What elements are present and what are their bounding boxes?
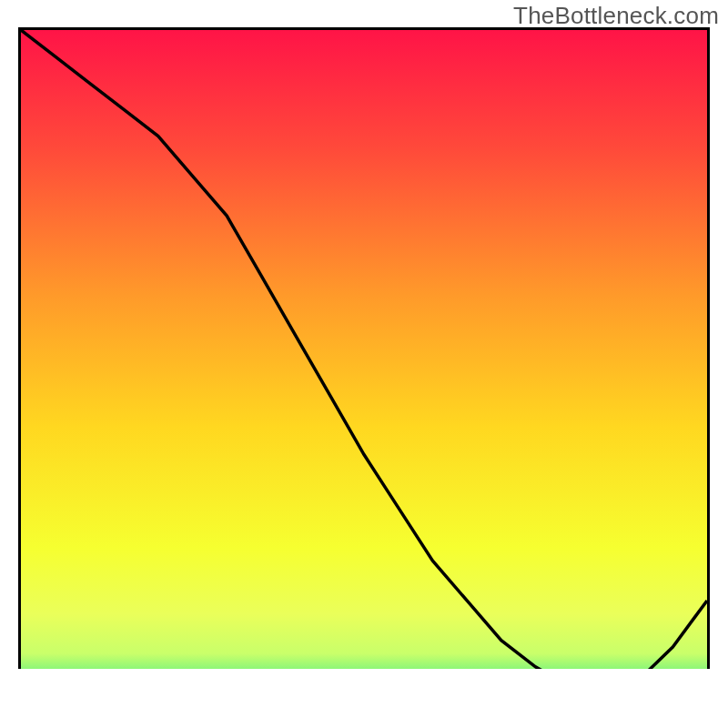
axis-area (18, 669, 710, 701)
bottleneck-chart-container: Bottleneck curve TheBottleneck.com (0, 0, 728, 728)
bottleneck-curve (21, 30, 707, 693)
plot-area (18, 27, 710, 696)
page-title: Bottleneck curve (0, 0, 1, 1)
bottleneck-curve-path (21, 30, 707, 693)
watermark-label: TheBottleneck.com (513, 2, 719, 30)
